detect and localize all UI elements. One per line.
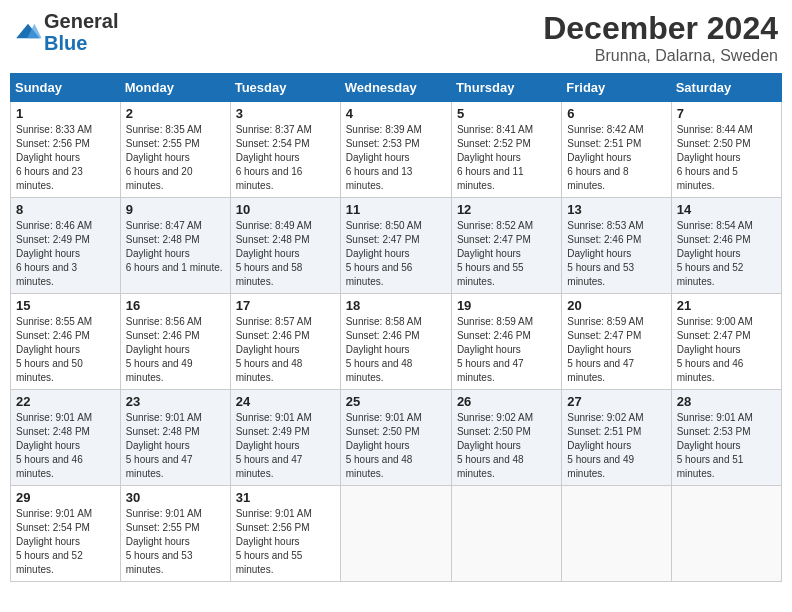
calendar-cell: 4Sunrise: 8:39 AMSunset: 2:53 PMDaylight… [340,102,451,198]
day-number: 1 [16,106,115,121]
col-thursday: Thursday [451,74,561,102]
calendar-cell: 8Sunrise: 8:46 AMSunset: 2:49 PMDaylight… [11,198,121,294]
day-info: Sunrise: 8:57 AMSunset: 2:46 PMDaylight … [236,315,335,385]
day-number: 29 [16,490,115,505]
day-number: 15 [16,298,115,313]
calendar-cell: 21Sunrise: 9:00 AMSunset: 2:47 PMDayligh… [671,294,781,390]
col-tuesday: Tuesday [230,74,340,102]
day-info: Sunrise: 8:50 AMSunset: 2:47 PMDaylight … [346,219,446,289]
day-info: Sunrise: 9:02 AMSunset: 2:51 PMDaylight … [567,411,665,481]
day-info: Sunrise: 8:54 AMSunset: 2:46 PMDaylight … [677,219,776,289]
day-info: Sunrise: 9:01 AMSunset: 2:55 PMDaylight … [126,507,225,577]
day-info: Sunrise: 8:42 AMSunset: 2:51 PMDaylight … [567,123,665,193]
day-number: 2 [126,106,225,121]
day-number: 28 [677,394,776,409]
day-info: Sunrise: 8:41 AMSunset: 2:52 PMDaylight … [457,123,556,193]
calendar-week-row: 22Sunrise: 9:01 AMSunset: 2:48 PMDayligh… [11,390,782,486]
calendar-cell: 5Sunrise: 8:41 AMSunset: 2:52 PMDaylight… [451,102,561,198]
day-number: 5 [457,106,556,121]
day-info: Sunrise: 8:39 AMSunset: 2:53 PMDaylight … [346,123,446,193]
day-info: Sunrise: 9:02 AMSunset: 2:50 PMDaylight … [457,411,556,481]
calendar-table: Sunday Monday Tuesday Wednesday Thursday… [10,73,782,582]
calendar-cell: 18Sunrise: 8:58 AMSunset: 2:46 PMDayligh… [340,294,451,390]
day-info: Sunrise: 8:33 AMSunset: 2:56 PMDaylight … [16,123,115,193]
calendar-cell: 13Sunrise: 8:53 AMSunset: 2:46 PMDayligh… [562,198,671,294]
day-number: 12 [457,202,556,217]
col-friday: Friday [562,74,671,102]
day-number: 18 [346,298,446,313]
calendar-cell [451,486,561,582]
day-number: 10 [236,202,335,217]
col-sunday: Sunday [11,74,121,102]
calendar-week-row: 29Sunrise: 9:01 AMSunset: 2:54 PMDayligh… [11,486,782,582]
day-info: Sunrise: 8:46 AMSunset: 2:49 PMDaylight … [16,219,115,289]
day-info: Sunrise: 8:55 AMSunset: 2:46 PMDaylight … [16,315,115,385]
day-info: Sunrise: 8:59 AMSunset: 2:46 PMDaylight … [457,315,556,385]
calendar-cell [562,486,671,582]
day-number: 27 [567,394,665,409]
day-number: 20 [567,298,665,313]
day-info: Sunrise: 9:01 AMSunset: 2:53 PMDaylight … [677,411,776,481]
day-number: 17 [236,298,335,313]
day-info: Sunrise: 8:35 AMSunset: 2:55 PMDaylight … [126,123,225,193]
day-number: 23 [126,394,225,409]
page-header: General Blue December 2024 Brunna, Dalar… [10,10,782,65]
day-info: Sunrise: 8:49 AMSunset: 2:48 PMDaylight … [236,219,335,289]
calendar-cell: 11Sunrise: 8:50 AMSunset: 2:47 PMDayligh… [340,198,451,294]
day-info: Sunrise: 8:52 AMSunset: 2:47 PMDaylight … [457,219,556,289]
calendar-cell: 9Sunrise: 8:47 AMSunset: 2:48 PMDaylight… [120,198,230,294]
calendar-cell: 27Sunrise: 9:02 AMSunset: 2:51 PMDayligh… [562,390,671,486]
day-info: Sunrise: 8:37 AMSunset: 2:54 PMDaylight … [236,123,335,193]
calendar-cell: 12Sunrise: 8:52 AMSunset: 2:47 PMDayligh… [451,198,561,294]
calendar-cell: 15Sunrise: 8:55 AMSunset: 2:46 PMDayligh… [11,294,121,390]
day-number: 3 [236,106,335,121]
calendar-cell: 10Sunrise: 8:49 AMSunset: 2:48 PMDayligh… [230,198,340,294]
logo-icon [14,22,42,42]
calendar-week-row: 1Sunrise: 8:33 AMSunset: 2:56 PMDaylight… [11,102,782,198]
calendar-cell: 31Sunrise: 9:01 AMSunset: 2:56 PMDayligh… [230,486,340,582]
day-number: 19 [457,298,556,313]
calendar-cell: 29Sunrise: 9:01 AMSunset: 2:54 PMDayligh… [11,486,121,582]
day-number: 9 [126,202,225,217]
day-number: 24 [236,394,335,409]
calendar-cell: 16Sunrise: 8:56 AMSunset: 2:46 PMDayligh… [120,294,230,390]
day-number: 22 [16,394,115,409]
col-saturday: Saturday [671,74,781,102]
calendar-cell: 26Sunrise: 9:02 AMSunset: 2:50 PMDayligh… [451,390,561,486]
day-number: 16 [126,298,225,313]
calendar-cell: 20Sunrise: 8:59 AMSunset: 2:47 PMDayligh… [562,294,671,390]
day-info: Sunrise: 8:56 AMSunset: 2:46 PMDaylight … [126,315,225,385]
calendar-cell: 6Sunrise: 8:42 AMSunset: 2:51 PMDaylight… [562,102,671,198]
calendar-cell: 25Sunrise: 9:01 AMSunset: 2:50 PMDayligh… [340,390,451,486]
day-number: 8 [16,202,115,217]
calendar-cell: 23Sunrise: 9:01 AMSunset: 2:48 PMDayligh… [120,390,230,486]
day-info: Sunrise: 9:01 AMSunset: 2:56 PMDaylight … [236,507,335,577]
col-wednesday: Wednesday [340,74,451,102]
logo-general: General [44,10,118,32]
calendar-cell: 28Sunrise: 9:01 AMSunset: 2:53 PMDayligh… [671,390,781,486]
calendar-cell: 22Sunrise: 9:01 AMSunset: 2:48 PMDayligh… [11,390,121,486]
day-info: Sunrise: 9:01 AMSunset: 2:49 PMDaylight … [236,411,335,481]
location-title: Brunna, Dalarna, Sweden [543,47,778,65]
day-number: 31 [236,490,335,505]
day-info: Sunrise: 8:53 AMSunset: 2:46 PMDaylight … [567,219,665,289]
calendar-cell: 7Sunrise: 8:44 AMSunset: 2:50 PMDaylight… [671,102,781,198]
day-info: Sunrise: 9:00 AMSunset: 2:47 PMDaylight … [677,315,776,385]
calendar-week-row: 8Sunrise: 8:46 AMSunset: 2:49 PMDaylight… [11,198,782,294]
day-info: Sunrise: 8:47 AMSunset: 2:48 PMDaylight … [126,219,225,275]
calendar-cell: 2Sunrise: 8:35 AMSunset: 2:55 PMDaylight… [120,102,230,198]
calendar-cell [671,486,781,582]
calendar-cell: 3Sunrise: 8:37 AMSunset: 2:54 PMDaylight… [230,102,340,198]
day-info: Sunrise: 9:01 AMSunset: 2:50 PMDaylight … [346,411,446,481]
title-section: December 2024 Brunna, Dalarna, Sweden [543,10,778,65]
day-info: Sunrise: 8:58 AMSunset: 2:46 PMDaylight … [346,315,446,385]
calendar-cell: 17Sunrise: 8:57 AMSunset: 2:46 PMDayligh… [230,294,340,390]
day-number: 6 [567,106,665,121]
calendar-header-row: Sunday Monday Tuesday Wednesday Thursday… [11,74,782,102]
day-info: Sunrise: 9:01 AMSunset: 2:54 PMDaylight … [16,507,115,577]
calendar-cell [340,486,451,582]
month-title: December 2024 [543,10,778,47]
calendar-cell: 24Sunrise: 9:01 AMSunset: 2:49 PMDayligh… [230,390,340,486]
day-number: 25 [346,394,446,409]
day-info: Sunrise: 8:59 AMSunset: 2:47 PMDaylight … [567,315,665,385]
